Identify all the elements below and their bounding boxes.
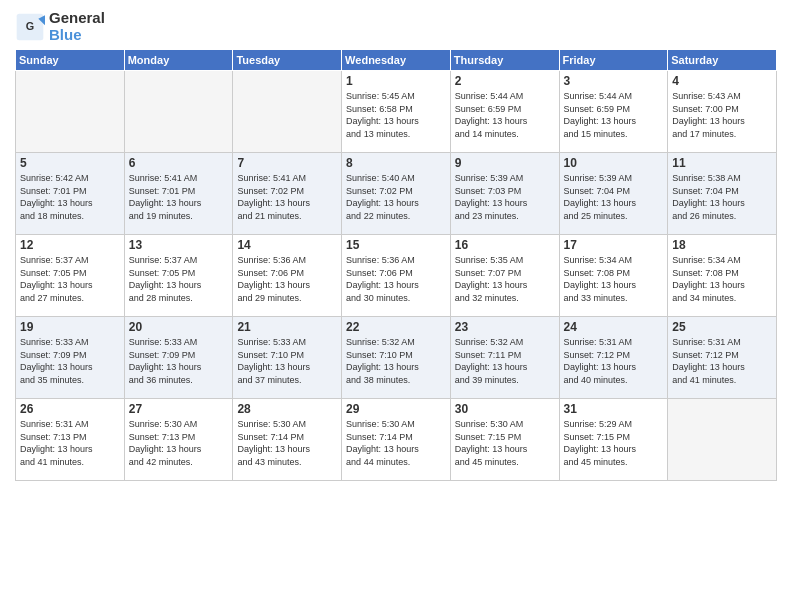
day-number: 25 (672, 320, 772, 334)
day-info: Sunrise: 5:30 AM Sunset: 7:15 PM Dayligh… (455, 418, 555, 468)
calendar-cell: 26Sunrise: 5:31 AM Sunset: 7:13 PM Dayli… (16, 399, 125, 481)
calendar-cell: 7Sunrise: 5:41 AM Sunset: 7:02 PM Daylig… (233, 153, 342, 235)
day-number: 22 (346, 320, 446, 334)
day-info: Sunrise: 5:39 AM Sunset: 7:04 PM Dayligh… (564, 172, 664, 222)
calendar-cell: 20Sunrise: 5:33 AM Sunset: 7:09 PM Dayli… (124, 317, 233, 399)
day-info: Sunrise: 5:33 AM Sunset: 7:09 PM Dayligh… (20, 336, 120, 386)
day-number: 8 (346, 156, 446, 170)
weekday-header-saturday: Saturday (668, 50, 777, 71)
day-info: Sunrise: 5:36 AM Sunset: 7:06 PM Dayligh… (237, 254, 337, 304)
day-number: 21 (237, 320, 337, 334)
day-info: Sunrise: 5:29 AM Sunset: 7:15 PM Dayligh… (564, 418, 664, 468)
svg-text:G: G (26, 20, 34, 32)
day-number: 3 (564, 74, 664, 88)
day-info: Sunrise: 5:43 AM Sunset: 7:00 PM Dayligh… (672, 90, 772, 140)
day-number: 30 (455, 402, 555, 416)
calendar-cell: 23Sunrise: 5:32 AM Sunset: 7:11 PM Dayli… (450, 317, 559, 399)
calendar-cell: 29Sunrise: 5:30 AM Sunset: 7:14 PM Dayli… (342, 399, 451, 481)
logo-icon: G (15, 12, 45, 42)
day-number: 4 (672, 74, 772, 88)
calendar-cell: 24Sunrise: 5:31 AM Sunset: 7:12 PM Dayli… (559, 317, 668, 399)
calendar-cell: 28Sunrise: 5:30 AM Sunset: 7:14 PM Dayli… (233, 399, 342, 481)
calendar-cell (233, 71, 342, 153)
calendar-cell: 11Sunrise: 5:38 AM Sunset: 7:04 PM Dayli… (668, 153, 777, 235)
day-number: 27 (129, 402, 229, 416)
calendar-cell: 13Sunrise: 5:37 AM Sunset: 7:05 PM Dayli… (124, 235, 233, 317)
weekday-header-tuesday: Tuesday (233, 50, 342, 71)
day-number: 14 (237, 238, 337, 252)
day-number: 6 (129, 156, 229, 170)
calendar-cell: 31Sunrise: 5:29 AM Sunset: 7:15 PM Dayli… (559, 399, 668, 481)
calendar-cell: 3Sunrise: 5:44 AM Sunset: 6:59 PM Daylig… (559, 71, 668, 153)
calendar-cell: 6Sunrise: 5:41 AM Sunset: 7:01 PM Daylig… (124, 153, 233, 235)
day-number: 5 (20, 156, 120, 170)
day-number: 17 (564, 238, 664, 252)
day-number: 19 (20, 320, 120, 334)
day-number: 28 (237, 402, 337, 416)
calendar-cell: 19Sunrise: 5:33 AM Sunset: 7:09 PM Dayli… (16, 317, 125, 399)
day-number: 1 (346, 74, 446, 88)
logo: G General Blue (15, 10, 105, 43)
day-info: Sunrise: 5:42 AM Sunset: 7:01 PM Dayligh… (20, 172, 120, 222)
day-number: 18 (672, 238, 772, 252)
day-number: 20 (129, 320, 229, 334)
day-info: Sunrise: 5:45 AM Sunset: 6:58 PM Dayligh… (346, 90, 446, 140)
calendar-cell: 2Sunrise: 5:44 AM Sunset: 6:59 PM Daylig… (450, 71, 559, 153)
calendar-cell: 1Sunrise: 5:45 AM Sunset: 6:58 PM Daylig… (342, 71, 451, 153)
day-info: Sunrise: 5:36 AM Sunset: 7:06 PM Dayligh… (346, 254, 446, 304)
day-info: Sunrise: 5:30 AM Sunset: 7:14 PM Dayligh… (237, 418, 337, 468)
day-number: 26 (20, 402, 120, 416)
day-number: 15 (346, 238, 446, 252)
calendar-cell: 22Sunrise: 5:32 AM Sunset: 7:10 PM Dayli… (342, 317, 451, 399)
weekday-header-row: SundayMondayTuesdayWednesdayThursdayFrid… (16, 50, 777, 71)
day-number: 10 (564, 156, 664, 170)
day-info: Sunrise: 5:44 AM Sunset: 6:59 PM Dayligh… (564, 90, 664, 140)
calendar-cell: 8Sunrise: 5:40 AM Sunset: 7:02 PM Daylig… (342, 153, 451, 235)
calendar-cell: 15Sunrise: 5:36 AM Sunset: 7:06 PM Dayli… (342, 235, 451, 317)
day-number: 24 (564, 320, 664, 334)
day-number: 23 (455, 320, 555, 334)
week-row-2: 5Sunrise: 5:42 AM Sunset: 7:01 PM Daylig… (16, 153, 777, 235)
week-row-1: 1Sunrise: 5:45 AM Sunset: 6:58 PM Daylig… (16, 71, 777, 153)
calendar-cell: 4Sunrise: 5:43 AM Sunset: 7:00 PM Daylig… (668, 71, 777, 153)
week-row-4: 19Sunrise: 5:33 AM Sunset: 7:09 PM Dayli… (16, 317, 777, 399)
day-info: Sunrise: 5:44 AM Sunset: 6:59 PM Dayligh… (455, 90, 555, 140)
day-number: 12 (20, 238, 120, 252)
day-info: Sunrise: 5:31 AM Sunset: 7:12 PM Dayligh… (672, 336, 772, 386)
calendar-cell: 18Sunrise: 5:34 AM Sunset: 7:08 PM Dayli… (668, 235, 777, 317)
day-info: Sunrise: 5:39 AM Sunset: 7:03 PM Dayligh… (455, 172, 555, 222)
day-number: 9 (455, 156, 555, 170)
page: G General Blue SundayMondayTuesdayWednes… (0, 0, 792, 612)
day-info: Sunrise: 5:38 AM Sunset: 7:04 PM Dayligh… (672, 172, 772, 222)
day-info: Sunrise: 5:41 AM Sunset: 7:01 PM Dayligh… (129, 172, 229, 222)
calendar-cell: 16Sunrise: 5:35 AM Sunset: 7:07 PM Dayli… (450, 235, 559, 317)
day-info: Sunrise: 5:33 AM Sunset: 7:09 PM Dayligh… (129, 336, 229, 386)
day-info: Sunrise: 5:41 AM Sunset: 7:02 PM Dayligh… (237, 172, 337, 222)
day-info: Sunrise: 5:32 AM Sunset: 7:10 PM Dayligh… (346, 336, 446, 386)
week-row-5: 26Sunrise: 5:31 AM Sunset: 7:13 PM Dayli… (16, 399, 777, 481)
calendar-cell: 5Sunrise: 5:42 AM Sunset: 7:01 PM Daylig… (16, 153, 125, 235)
calendar-cell: 10Sunrise: 5:39 AM Sunset: 7:04 PM Dayli… (559, 153, 668, 235)
weekday-header-friday: Friday (559, 50, 668, 71)
calendar-cell: 25Sunrise: 5:31 AM Sunset: 7:12 PM Dayli… (668, 317, 777, 399)
calendar-cell: 21Sunrise: 5:33 AM Sunset: 7:10 PM Dayli… (233, 317, 342, 399)
day-info: Sunrise: 5:40 AM Sunset: 7:02 PM Dayligh… (346, 172, 446, 222)
day-info: Sunrise: 5:30 AM Sunset: 7:14 PM Dayligh… (346, 418, 446, 468)
day-number: 16 (455, 238, 555, 252)
day-number: 11 (672, 156, 772, 170)
calendar-cell: 30Sunrise: 5:30 AM Sunset: 7:15 PM Dayli… (450, 399, 559, 481)
calendar-cell (124, 71, 233, 153)
day-info: Sunrise: 5:30 AM Sunset: 7:13 PM Dayligh… (129, 418, 229, 468)
week-row-3: 12Sunrise: 5:37 AM Sunset: 7:05 PM Dayli… (16, 235, 777, 317)
day-info: Sunrise: 5:37 AM Sunset: 7:05 PM Dayligh… (129, 254, 229, 304)
day-info: Sunrise: 5:31 AM Sunset: 7:12 PM Dayligh… (564, 336, 664, 386)
calendar-cell: 27Sunrise: 5:30 AM Sunset: 7:13 PM Dayli… (124, 399, 233, 481)
day-info: Sunrise: 5:34 AM Sunset: 7:08 PM Dayligh… (564, 254, 664, 304)
header: G General Blue (15, 10, 777, 43)
calendar-cell (16, 71, 125, 153)
logo-text: General Blue (49, 10, 105, 43)
day-info: Sunrise: 5:37 AM Sunset: 7:05 PM Dayligh… (20, 254, 120, 304)
weekday-header-thursday: Thursday (450, 50, 559, 71)
calendar-table: SundayMondayTuesdayWednesdayThursdayFrid… (15, 49, 777, 481)
weekday-header-wednesday: Wednesday (342, 50, 451, 71)
